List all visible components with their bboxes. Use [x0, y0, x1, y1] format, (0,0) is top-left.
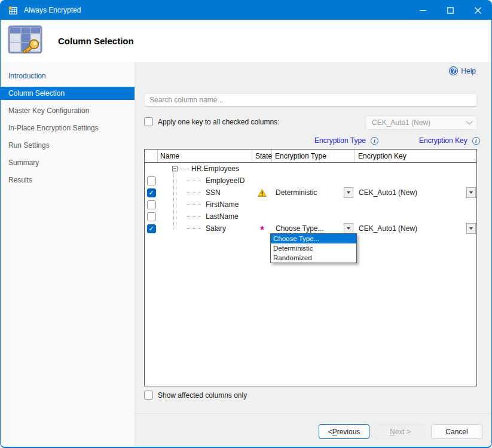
grid-header-state: State — [252, 150, 272, 162]
row-checkbox[interactable]: ✓ — [147, 188, 156, 197]
wizard-steps-sidebar: Introduction Column Selection Master Key… — [1, 62, 135, 448]
close-icon — [475, 7, 481, 14]
next-button[interactable]: Next > — [375, 424, 425, 439]
table-key-icon — [8, 25, 45, 57]
dropdown-arrow-icon — [347, 191, 350, 194]
row-checkbox[interactable] — [147, 176, 156, 185]
maximize-icon — [447, 7, 454, 14]
help-link[interactable]: ? Help — [449, 66, 476, 75]
help-icon: ? — [449, 66, 458, 75]
encryption-key-link-label: Encryption Key — [419, 136, 467, 145]
sidebar-item-summary: Summary — [1, 156, 135, 169]
close-button[interactable] — [464, 1, 491, 20]
apply-key-combobox: CEK_Auto1 (New) — [365, 115, 477, 130]
encryption-type-value: Choose Type... — [272, 224, 324, 233]
dropdown-arrow-icon — [347, 227, 350, 230]
apply-one-key-row: Apply one key to all checked columns: — [144, 117, 279, 126]
grid-header: Name State Encryption Type Encryption Ke… — [145, 150, 476, 163]
column-header-links: Encryption Type i Encryption Key i — [135, 136, 491, 146]
collapse-expander-icon[interactable] — [172, 166, 178, 172]
titlebar: Always Encrypted — [1, 1, 491, 20]
table-name: HR.Employees — [158, 164, 239, 173]
maximize-button[interactable] — [436, 1, 464, 20]
minimize-button[interactable] — [409, 1, 436, 20]
show-affected-label: Show affected columns only — [158, 391, 247, 400]
encryption-type-link-label: Encryption Type — [314, 136, 366, 145]
dropdown-arrow-icon — [469, 227, 473, 230]
encryption-type-value: Deterministic — [272, 188, 317, 197]
info-icon[interactable]: i — [472, 137, 480, 145]
tree-stub — [178, 169, 189, 169]
table-row: ✓ Salary * Choose Type... CEK_Auto1 (New… — [145, 223, 476, 234]
grid-header-encryption-key: Encryption Key — [355, 150, 476, 162]
page-title: Column Selection — [58, 36, 134, 46]
minimize-icon — [420, 7, 426, 14]
app-icon — [8, 5, 18, 16]
sidebar-item-run-settings: Run Settings — [1, 139, 135, 152]
info-icon[interactable]: i — [371, 137, 378, 145]
always-encrypted-wizard-window: Always Encrypted — [0, 0, 492, 448]
row-checkbox[interactable] — [147, 200, 156, 209]
grid-header-checkbox-column — [145, 150, 158, 162]
table-row: ✓ SSN Deterministic CEK_Aut — [145, 187, 476, 199]
chevron-down-icon — [466, 118, 472, 124]
grid-header-encryption-type: Encryption Type — [272, 150, 355, 162]
encryption-key-value: CEK_Auto1 (New) — [355, 188, 417, 197]
encryption-key-link[interactable]: Encryption Key i — [419, 136, 480, 145]
dropdown-option-deterministic[interactable]: Deterministic — [271, 243, 356, 253]
columns-grid: Name State Encryption Type Encryption Ke… — [144, 149, 477, 386]
encryption-key-dropdown-button[interactable] — [466, 223, 476, 234]
encryption-type-link[interactable]: Encryption Type i — [314, 136, 378, 145]
column-name: EmployeeID — [158, 176, 245, 185]
apply-one-key-label: Apply one key to all checked columns: — [158, 118, 279, 126]
row-checkbox[interactable] — [147, 212, 156, 221]
page-header: Column Selection — [1, 20, 491, 62]
apply-key-combobox-value: CEK_Auto1 (New) — [372, 118, 430, 127]
help-label: Help — [461, 67, 476, 75]
encryption-type-dropdown-button[interactable] — [344, 187, 353, 198]
show-affected-checkbox[interactable] — [144, 391, 153, 400]
dropdown-arrow-icon — [469, 191, 473, 194]
encryption-type-dropdown-list: Choose Type... Deterministic Randomized — [270, 233, 357, 263]
cancel-button[interactable]: Cancel — [431, 424, 482, 439]
sidebar-item-results: Results — [1, 173, 135, 187]
row-checkbox[interactable]: ✓ — [147, 224, 156, 233]
search-input[interactable] — [144, 93, 477, 106]
dropdown-option-randomized[interactable]: Randomized — [271, 253, 356, 263]
dropdown-option-choose-type[interactable]: Choose Type... — [271, 234, 356, 243]
apply-one-key-checkbox[interactable] — [144, 117, 153, 126]
window-title: Always Encrypted — [24, 6, 81, 14]
table-row: LastName — [145, 211, 476, 223]
footer: < Previous Next > Cancel — [135, 413, 491, 448]
sidebar-item-column-selection[interactable]: Column Selection — [1, 87, 135, 100]
sidebar-item-master-key-configuration: Master Key Configuration — [1, 104, 135, 117]
previous-button[interactable]: < Previous — [319, 424, 369, 439]
warning-icon — [258, 189, 267, 197]
encryption-type-dropdown-button[interactable] — [344, 223, 353, 234]
encryption-key-value: CEK_Auto1 (New) — [355, 224, 417, 233]
tree-line — [173, 173, 174, 228]
sidebar-item-introduction[interactable]: Introduction — [1, 69, 135, 83]
table-row: EmployeeID — [145, 175, 476, 187]
table-row: FirstName — [145, 199, 476, 211]
sidebar-item-in-place-encryption-settings: In-Place Encryption Settings — [1, 121, 135, 135]
grid-header-name: Name — [158, 150, 252, 162]
encryption-key-dropdown-button[interactable] — [466, 187, 476, 198]
table-row: HR.Employees — [145, 163, 476, 175]
show-affected-row: Show affected columns only — [144, 391, 247, 400]
main-panel: ? Help Apply one key to all checked colu… — [135, 62, 491, 448]
required-icon: * — [260, 227, 264, 233]
